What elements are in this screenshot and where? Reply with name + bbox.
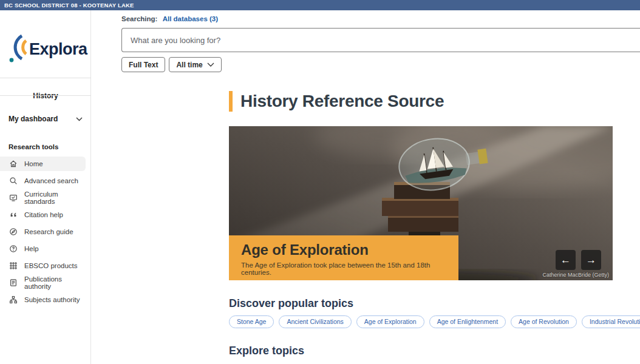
sidebar-item-label: Citation help	[24, 211, 63, 218]
search-scope-link[interactable]: All databases (3)	[163, 15, 218, 22]
sidebar-item-label: Help	[24, 245, 39, 252]
carousel-prev-button[interactable]: ←	[556, 250, 576, 270]
hero-carousel: Age of Exploration The Age of Exploratio…	[229, 126, 613, 280]
topic-pill-age-of-exploration[interactable]: Age of Exploration	[356, 315, 424, 328]
chevron-down-icon	[207, 61, 214, 69]
sidebar-item-citation-help[interactable]: Citation help	[0, 207, 86, 222]
chevron-down-icon	[76, 115, 83, 123]
topic-pill-age-of-revolution[interactable]: Age of Revolution	[511, 315, 577, 328]
time-filter-label: All time	[176, 61, 202, 69]
monitor-icon	[9, 194, 18, 202]
sidebar-item-help[interactable]: Help	[0, 241, 86, 256]
image-credit: Catherine MacBride (Getty)	[542, 272, 609, 278]
explore-topics-heading: Explore topics	[229, 345, 304, 357]
page-title: History Reference Source	[240, 92, 444, 111]
carousel-controls: ← →	[556, 250, 601, 270]
search-icon	[9, 177, 18, 185]
page-title-row: History Reference Source	[229, 90, 613, 113]
topic-pill-age-of-enlightenment[interactable]: Age of Enlightenment	[429, 315, 506, 328]
research-tools-heading: Research tools	[9, 143, 58, 150]
sidebar-item-advanced-search[interactable]: Advanced search	[0, 174, 86, 188]
sidebar-item-subjects-authority[interactable]: Subjects authority	[0, 292, 86, 307]
search-input[interactable]	[121, 28, 640, 52]
hero-caption: Age of Exploration The Age of Exploratio…	[229, 235, 458, 280]
explora-logo-mark-icon	[7, 32, 28, 66]
sidebar-divider	[0, 95, 91, 96]
sidebar-item-publications-authority[interactable]: Publications authority	[0, 275, 86, 290]
grid-icon	[9, 261, 18, 270]
topic-pill-stone-age[interactable]: Stone Age	[229, 315, 274, 328]
compass-icon	[9, 228, 18, 236]
sidebar-item-label: Home	[24, 160, 43, 167]
carousel-next-button[interactable]: →	[581, 250, 601, 270]
profile-name: History	[0, 92, 91, 100]
explora-logo-text: Explora	[29, 40, 87, 59]
arrow-left-icon: ←	[560, 254, 571, 266]
sidebar-item-label: Advanced search	[24, 177, 78, 184]
sidebar-item-research-guide[interactable]: Research guide	[0, 224, 86, 239]
hero-title: Age of Exploration	[241, 241, 458, 258]
full-text-filter-button[interactable]: Full Text	[121, 57, 165, 72]
sidebar-item-home[interactable]: Home	[0, 157, 86, 171]
arrow-right-icon: →	[586, 254, 596, 266]
district-banner: BC SCHOOL DISTRICT 08 - KOOTENAY LAKE	[0, 0, 640, 10]
discover-popular-topics-heading: Discover popular topics	[229, 297, 353, 310]
explora-logo[interactable]: Explora	[7, 33, 85, 65]
title-accent-bar	[229, 91, 233, 112]
my-dashboard-toggle[interactable]: My dashboard	[9, 115, 83, 123]
sidebar-item-label: EBSCO products	[24, 262, 78, 269]
hierarchy-icon	[9, 295, 18, 304]
quote-icon	[9, 211, 18, 219]
sidebar-nav: Home Advanced search Curriculum standard…	[0, 157, 91, 309]
time-filter-dropdown[interactable]: All time	[169, 57, 221, 72]
topic-pill-ancient-civilizations[interactable]: Ancient Civilizations	[279, 315, 351, 328]
sidebar-divider	[0, 78, 91, 78]
main-content: History Reference Source	[229, 90, 613, 113]
popular-topic-pills: Stone Age Ancient Civilizations Age of E…	[229, 315, 640, 328]
full-text-filter-label: Full Text	[129, 61, 158, 69]
sidebar: Explora History My dashboard Research to…	[0, 10, 91, 364]
sidebar-item-label: Curriculum standards	[24, 190, 86, 205]
hero-subtitle: The Age of Exploration took place betwee…	[241, 261, 458, 276]
district-banner-title: BC SCHOOL DISTRICT 08 - KOOTENAY LAKE	[4, 2, 134, 8]
sidebar-item-label: Publications authority	[24, 275, 86, 290]
sidebar-item-ebsco-products[interactable]: EBSCO products	[0, 258, 86, 273]
question-circle-icon	[9, 244, 18, 253]
searching-row: Searching: All databases (3)	[121, 15, 640, 22]
sidebar-item-curriculum-standards[interactable]: Curriculum standards	[0, 190, 86, 205]
search-region: Searching: All databases (3) Full Text A…	[121, 10, 640, 72]
sidebar-item-label: Research guide	[24, 228, 73, 235]
my-dashboard-label: My dashboard	[9, 115, 58, 123]
searching-label: Searching:	[121, 15, 157, 22]
sidebar-item-label: Subjects authority	[24, 296, 80, 303]
home-icon	[9, 160, 18, 168]
search-filter-row: Full Text All time	[121, 57, 640, 72]
document-icon	[9, 278, 18, 287]
topic-pill-industrial-revolution[interactable]: Industrial Revolution	[582, 315, 640, 328]
